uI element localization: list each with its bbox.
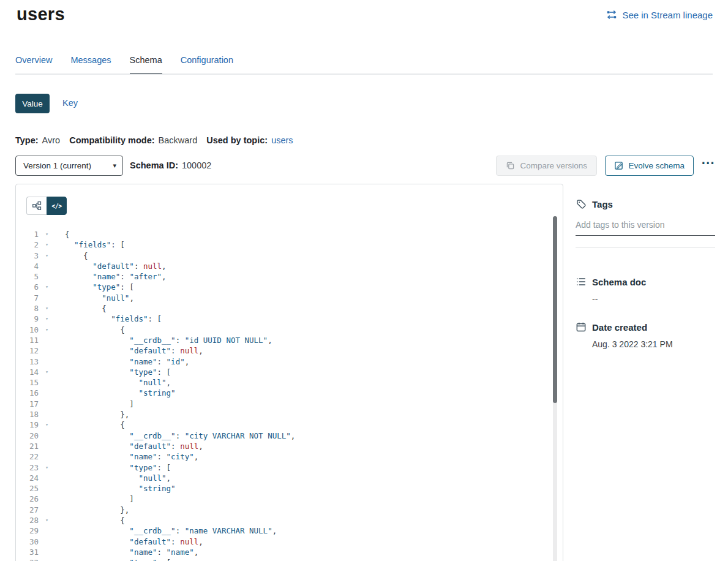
code-line: 10▾ { bbox=[16, 325, 563, 335]
code-text: "string" bbox=[65, 483, 176, 494]
date-created-title: Date created bbox=[592, 322, 647, 333]
stream-lineage-icon bbox=[606, 9, 617, 20]
version-select[interactable]: Version 1 (current) ▾ bbox=[15, 156, 123, 176]
collapse-toggle-icon[interactable]: ▾ bbox=[39, 515, 65, 525]
collapse-spacer bbox=[39, 483, 65, 494]
version-select-value: Version 1 (current) bbox=[23, 161, 91, 170]
collapse-spacer bbox=[39, 271, 65, 282]
line-number: 21 bbox=[16, 441, 39, 451]
code-text: "default": null, bbox=[65, 537, 203, 547]
collapse-toggle-icon[interactable]: ▾ bbox=[39, 229, 65, 239]
tree-view-button[interactable] bbox=[26, 197, 47, 215]
code-text: "name": "city", bbox=[65, 451, 198, 462]
code-text: "fields": [ bbox=[65, 239, 125, 250]
collapse-spacer bbox=[39, 345, 65, 356]
collapse-spacer bbox=[39, 431, 65, 441]
tag-icon bbox=[576, 198, 587, 209]
code-text: }, bbox=[65, 409, 129, 420]
code-line: 2▾ "fields": [ bbox=[16, 239, 563, 250]
editor-view-toggle: </> bbox=[26, 197, 67, 215]
tab-overview[interactable]: Overview bbox=[15, 55, 52, 75]
collapse-spacer bbox=[39, 388, 65, 398]
code-line: 25 "string" bbox=[16, 483, 563, 494]
schema-page: users See in Stream lineage Overview Mes… bbox=[0, 0, 728, 561]
collapse-toggle-icon[interactable]: ▾ bbox=[39, 314, 65, 324]
tab-messages[interactable]: Messages bbox=[70, 55, 111, 75]
code-scrollbar-thumb[interactable] bbox=[553, 216, 557, 403]
code-scrollbar-track[interactable] bbox=[553, 216, 557, 561]
line-number: 28 bbox=[16, 515, 39, 525]
topic-link[interactable]: users bbox=[271, 135, 293, 145]
key-toggle-button[interactable]: Key bbox=[62, 98, 78, 108]
code-line: 4 "default": null, bbox=[16, 261, 563, 271]
collapse-spacer bbox=[39, 505, 65, 515]
calendar-icon bbox=[576, 322, 587, 333]
line-number: 17 bbox=[16, 399, 39, 409]
code-text: { bbox=[65, 250, 88, 261]
tab-bar: Overview Messages Schema Configuration bbox=[15, 55, 233, 75]
collapse-spacer bbox=[39, 473, 65, 483]
code-text: "type": [ bbox=[65, 557, 171, 561]
code-text: "__crdb__": "name VARCHAR NULL", bbox=[65, 525, 277, 536]
code-line: 24 "null", bbox=[16, 473, 563, 483]
line-number: 8 bbox=[16, 303, 39, 314]
more-actions-button[interactable]: ⋯ bbox=[701, 155, 715, 171]
code-view-button[interactable]: </> bbox=[47, 197, 67, 215]
collapse-spacer bbox=[39, 377, 65, 388]
tags-section-header: Tags bbox=[576, 198, 715, 209]
value-toggle-button[interactable]: Value bbox=[15, 94, 50, 113]
code-line: 23▾ "type": [ bbox=[16, 462, 563, 473]
code-line: 3▾ { bbox=[16, 250, 563, 261]
tab-schema[interactable]: Schema bbox=[130, 55, 162, 75]
line-number: 20 bbox=[16, 431, 39, 441]
code-text: "name": "name", bbox=[65, 547, 198, 557]
schema-sidebar: Tags Schema doc -- Date created Aug. 3 2… bbox=[576, 198, 715, 349]
collapse-toggle-icon[interactable]: ▾ bbox=[39, 303, 65, 314]
date-created-value: Aug. 3 2022 3:21 PM bbox=[576, 339, 715, 349]
stream-lineage-label: See in Stream lineage bbox=[622, 10, 713, 20]
code-text: "__crdb__": "id UUID NOT NULL", bbox=[65, 335, 272, 345]
tags-input[interactable] bbox=[576, 220, 715, 236]
line-number: 6 bbox=[16, 282, 39, 292]
code-line: 5 "name": "after", bbox=[16, 271, 563, 282]
collapse-toggle-icon[interactable]: ▾ bbox=[39, 367, 65, 377]
line-number: 2 bbox=[16, 239, 39, 250]
collapse-toggle-icon[interactable]: ▾ bbox=[39, 325, 65, 335]
collapse-toggle-icon[interactable]: ▾ bbox=[39, 420, 65, 430]
line-number: 4 bbox=[16, 261, 39, 271]
code-text: { bbox=[65, 420, 125, 430]
code-line: 30 "default": null, bbox=[16, 537, 563, 547]
collapse-toggle-icon[interactable]: ▾ bbox=[39, 250, 65, 261]
tags-title: Tags bbox=[592, 199, 613, 209]
line-number: 7 bbox=[16, 293, 39, 303]
collapse-toggle-icon[interactable]: ▾ bbox=[39, 462, 65, 473]
line-number: 23 bbox=[16, 462, 39, 473]
code-line: 17 ] bbox=[16, 399, 563, 409]
code-text: "null", bbox=[65, 293, 134, 303]
collapse-toggle-icon[interactable]: ▾ bbox=[39, 282, 65, 292]
code-line: 32▾ "type": [ bbox=[16, 557, 563, 561]
collapse-spacer bbox=[39, 261, 65, 271]
schema-code: 1▾{2▾ "fields": [3▾ {4 "default": null,5… bbox=[16, 229, 563, 561]
compatibility-value: Backward bbox=[159, 135, 198, 145]
code-text: "null", bbox=[65, 377, 171, 388]
code-text: { bbox=[65, 229, 70, 239]
compare-versions-button[interactable]: Compare versions bbox=[496, 156, 597, 176]
collapse-spacer bbox=[39, 537, 65, 547]
line-number: 12 bbox=[16, 345, 39, 356]
collapse-toggle-icon[interactable]: ▾ bbox=[39, 557, 65, 561]
line-number: 24 bbox=[16, 473, 39, 483]
collapse-spacer bbox=[39, 409, 65, 420]
line-number: 29 bbox=[16, 525, 39, 536]
code-text: "null", bbox=[65, 473, 171, 483]
page-title: users bbox=[17, 4, 65, 24]
collapse-toggle-icon[interactable]: ▾ bbox=[39, 239, 65, 250]
code-line: 9▾ "fields": [ bbox=[16, 314, 563, 324]
tree-view-icon bbox=[32, 201, 42, 211]
stream-lineage-link[interactable]: See in Stream lineage bbox=[606, 9, 713, 20]
code-view-icon: </> bbox=[51, 203, 62, 209]
tab-configuration[interactable]: Configuration bbox=[181, 55, 233, 75]
collapse-spacer bbox=[39, 335, 65, 345]
evolve-schema-button[interactable]: Evolve schema bbox=[605, 156, 694, 176]
code-line: 7 "null", bbox=[16, 293, 563, 303]
